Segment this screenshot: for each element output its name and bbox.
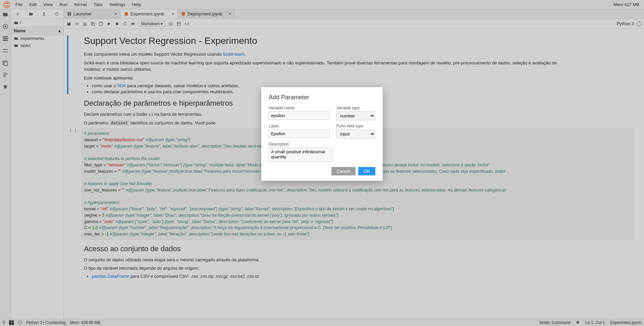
description-textarea[interactable]: A small positive infinitesimal quantity <box>269 148 332 162</box>
vartype-label: Variable type: <box>336 106 375 110</box>
fieldtype-label: Form field type: <box>336 124 375 128</box>
varname-input[interactable] <box>269 111 330 120</box>
label-input[interactable] <box>269 129 330 138</box>
ok-button[interactable]: OK <box>358 167 375 175</box>
label-label: Label: <box>269 124 330 128</box>
dialog-title: Add Parameter <box>269 94 375 101</box>
add-parameter-dialog: Add Parameter Variable name: Variable ty… <box>261 87 383 181</box>
modal-overlay[interactable]: Add Parameter Variable name: Variable ty… <box>0 0 644 326</box>
varname-label: Variable name: <box>269 106 330 110</box>
cancel-button[interactable]: Cancel <box>331 167 356 175</box>
fieldtype-select[interactable]: input <box>336 129 375 139</box>
description-label: Description: <box>269 142 332 147</box>
vartype-select[interactable]: number <box>336 111 375 120</box>
